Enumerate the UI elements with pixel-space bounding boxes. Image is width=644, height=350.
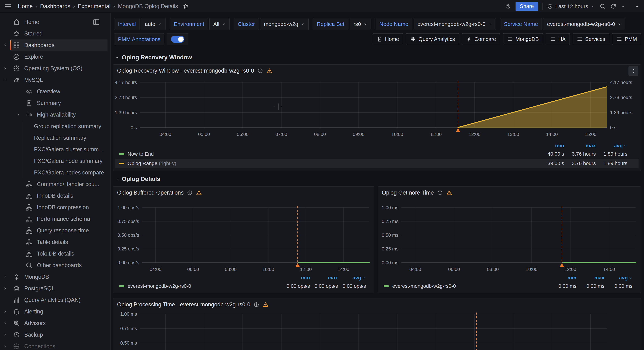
panel-info-icon[interactable] [437,190,443,196]
sidebar-item-backup[interactable]: Backup [0,329,110,340]
svg-text:2.78 hours: 2.78 hours [115,95,137,100]
legend-sort-max[interactable]: max [576,275,604,281]
time-range-picker[interactable]: Last 12 hours [547,3,595,10]
quicklink-button-ha[interactable]: HA [546,33,570,45]
legend-sort-max[interactable]: max [310,275,338,281]
collapse-toolbar-caret-icon[interactable] [634,4,640,9]
chevron-right-icon[interactable] [3,66,8,71]
share-button[interactable]: Share [516,2,538,11]
sidebar-item-query-analytics-qan[interactable]: Query Analytics (QAN) [0,294,110,306]
sidebar-item-high-availability[interactable]: High availability [13,109,110,120]
sidebar-item-tokudb-details[interactable]: TokuDB details [13,248,110,260]
sidebar-item-group-replication-summary[interactable]: Group replication summary [13,120,110,132]
sidebar-item-replication-summary[interactable]: Replication summary [13,132,110,144]
sidebar-item-other-dashboards[interactable]: Other dashboards [13,260,110,271]
panel-title-row[interactable]: Oplog Processing Time - everest-mongodb-… [117,301,269,308]
breadcrumb-item-dashboards[interactable]: Dashboards [40,3,70,10]
panel-title-row[interactable]: Oplog Recovery Window - everest-mongodb-… [117,68,272,74]
oplog-buffered-operations-chart[interactable]: 0.00 ops/s0.25 ops/s0.50 ops/s0.75 ops/s… [114,201,372,277]
legend-sort-min[interactable]: min [548,275,576,281]
sidebar-item-alerting[interactable]: Alerting [0,306,110,317]
sidebar-item-postgresql[interactable]: PostgreSQL [0,283,110,294]
refresh-dashboard-icon[interactable] [610,3,616,10]
legend-sort-min[interactable]: min [532,143,564,148]
variable-value-environment[interactable]: All [210,18,230,30]
chevron-right-icon[interactable] [3,344,8,349]
sidebar-item-performance-schema[interactable]: Performance schema [13,213,110,225]
legend-sort-avg[interactable]: avg [338,275,366,281]
variable-value-replica-set[interactable]: rs0 [350,18,371,30]
legend-sort-avg[interactable]: avg [604,275,632,281]
legend-sort-min[interactable]: min [282,275,310,281]
sidebar-item-dashboards[interactable]: Dashboards [0,40,110,51]
sidebar-item-command-handler-cou[interactable]: Command/Handler cou... [13,179,110,190]
panel-warning-icon[interactable] [446,190,452,196]
oplog-getmore-time-chart[interactable]: 0.00 ms0.25 ms0.50 ms0.75 ms1.00 ms04:00… [379,201,638,277]
series-name: Now to End [128,151,532,157]
sidebar-item-innodb-compression[interactable]: InnoDB compression [13,202,110,213]
chevron-right-icon[interactable] [3,43,8,48]
sidebar-item-mysql[interactable]: MySQL [0,74,110,86]
quicklink-button-mongodb[interactable]: MongoDB [503,33,543,45]
panel-warning-icon[interactable] [266,68,272,74]
chevron-right-icon[interactable] [3,275,8,279]
sidebar-item-advisors[interactable]: Advisors [0,317,110,329]
sidebar-item-overview[interactable]: Overview [13,86,110,97]
legend-sort-max[interactable]: max [564,143,596,148]
sidebar-item-mongodb[interactable]: MongoDB [0,271,110,283]
chevron-down-icon[interactable] [3,78,8,82]
variable-value-cluster[interactable]: mongodb-w2g [260,18,309,30]
section-oplog-recovery-window[interactable]: Oplog Recovery Window [114,54,192,61]
variable-value-service-name[interactable]: everest-mongodb-w2g-rs0-0 [543,18,626,30]
variable-value-interval[interactable]: auto [141,18,166,30]
panel-info-icon[interactable] [187,190,192,196]
favorite-star-icon[interactable] [183,3,189,10]
sidebar-item-innodb-details[interactable]: InnoDB details [13,190,110,202]
sidebar-item-explore[interactable]: Explore [0,51,110,63]
panel-warning-icon[interactable] [196,190,202,196]
panel-info-icon[interactable] [254,302,259,307]
zoom-out-time-icon[interactable] [599,3,606,10]
sidebar-item-pxc-galera-nodes-compare[interactable]: PXC/Galera nodes compare [13,167,110,179]
dashboard-settings-gear-icon[interactable] [505,3,511,10]
refresh-interval-chevron-icon[interactable] [621,4,626,9]
sidebar-item-connections[interactable]: Connections [0,340,110,350]
quicklink-button-query-analytics[interactable]: Query Analytics [406,33,459,45]
quicklink-button-pmm[interactable]: PMM [612,33,641,45]
legend-sort-avg[interactable]: avg [596,143,628,148]
legend-row-everest-mongodb-w2g-rs0-0[interactable]: everest-mongodb-w2g-rs0-00.00 ops/s0.00 … [115,281,372,291]
sidebar-item-starred[interactable]: Starred [0,28,110,40]
panel-title-row[interactable]: Oplog Buffered Operations [117,190,202,196]
section-oplog-details[interactable]: Oplog Details [114,176,160,183]
hamburger-menu-icon[interactable] [4,3,12,10]
legend-row-oplog-range[interactable]: Oplog Range(right-y)39.00 s3.76 hours1.8… [115,159,638,168]
quicklink-button-compare[interactable]: Compare [462,33,500,45]
chevron-right-icon[interactable] [3,321,8,325]
chevron-right-icon[interactable] [3,332,8,337]
panel-title-row[interactable]: Oplog Getmore Time [382,190,452,196]
pmm-annotations-toggle[interactable] [167,33,188,45]
chevron-right-icon[interactable] [3,286,8,291]
breadcrumb-item-experimental[interactable]: Experimental [78,3,110,10]
breadcrumb-item-mongodb-oplog-details[interactable]: MongoDB Oplog Details [118,3,178,10]
sidebar-item-operating-system-os[interactable]: Operating System (OS) [0,63,110,74]
breadcrumb-item-home[interactable]: Home [18,3,33,10]
panel-menu-button[interactable] [628,66,638,76]
panel-info-icon[interactable] [257,68,263,74]
quicklink-button-home[interactable]: Home [372,33,403,45]
variable-value-node-name[interactable]: everest-mongodb-w2g-rs0-0 [414,18,496,30]
oplog-processing-time-chart[interactable]: 1.00 ms0.75 ms0.50 ms [115,310,639,350]
panel-warning-icon[interactable] [262,301,269,308]
sidebar-item-table-details[interactable]: Table details [13,236,110,248]
chevron-right-icon[interactable] [3,309,8,314]
collapse-sidebar-icon[interactable] [92,18,100,26]
oplog-recovery-window-chart[interactable]: 0 s0 s1.39 hours1.39 hours2.78 hours2.78… [115,78,639,138]
quicklink-button-services[interactable]: Services [573,33,609,45]
sidebar-item-pxc-galera-node-summary[interactable]: PXC/Galera node summary [13,155,110,167]
sidebar-item-summary[interactable]: Summary [13,97,110,109]
legend-row-now-to-end[interactable]: Now to End40.00 s3.76 hours1.89 hours [115,149,638,159]
sidebar-item-pxc-galera-cluster-summ[interactable]: PXC/Galera cluster summ... [13,144,110,155]
chevron-down-icon[interactable] [15,112,20,117]
legend-row-everest-mongodb-w2g-rs0-0[interactable]: everest-mongodb-w2g-rs0-00.00 ms0.00 ms0… [380,281,638,291]
sidebar-item-query-response-time[interactable]: Query response time [13,225,110,236]
